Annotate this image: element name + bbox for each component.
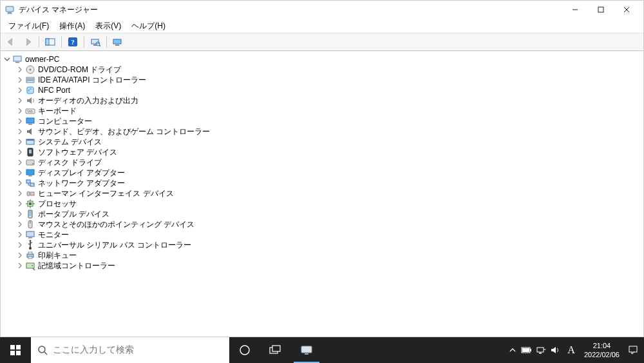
battery-icon[interactable] bbox=[520, 337, 534, 363]
svg-rect-22 bbox=[27, 79, 33, 79]
tray-overflow-button[interactable] bbox=[506, 337, 520, 363]
forward-button[interactable] bbox=[20, 35, 35, 49]
start-button[interactable] bbox=[0, 337, 31, 363]
svg-rect-64 bbox=[10, 345, 15, 349]
tree-item[interactable]: ディスク ドライブ bbox=[2, 157, 642, 168]
help-button[interactable]: ? bbox=[65, 35, 80, 49]
expand-icon[interactable] bbox=[16, 107, 24, 115]
tree-item[interactable]: キーボード bbox=[2, 106, 642, 116]
tree-item[interactable]: モニター bbox=[2, 230, 642, 240]
tree-item-label: プロセッサ bbox=[38, 199, 77, 209]
mouse-icon bbox=[25, 219, 35, 230]
display-icon bbox=[25, 168, 35, 178]
toolbar: ? bbox=[1, 33, 643, 51]
tree-item[interactable]: マウスとそのほかのポインティング デバイス bbox=[2, 219, 642, 230]
device-tree[interactable]: owner-PC DVD/CD-ROM ドライブIDE ATA/ATAPI コン… bbox=[1, 51, 643, 337]
tree-item[interactable]: 印刷キュー bbox=[2, 250, 642, 260]
menu-help[interactable]: ヘルプ(H) bbox=[126, 19, 171, 33]
expand-icon[interactable] bbox=[16, 179, 24, 187]
system-icon bbox=[25, 137, 35, 147]
ime-indicator[interactable]: A bbox=[562, 344, 580, 356]
expand-icon[interactable] bbox=[16, 262, 24, 270]
svg-rect-73 bbox=[301, 346, 312, 353]
tree-root[interactable]: owner-PC bbox=[2, 54, 642, 64]
print-icon bbox=[25, 250, 35, 260]
maximize-button[interactable] bbox=[588, 1, 614, 19]
tree-item[interactable]: NFC Port bbox=[2, 85, 642, 95]
devices-button[interactable] bbox=[110, 35, 126, 49]
expand-icon[interactable] bbox=[16, 117, 24, 125]
taskbar-app-devmgr[interactable] bbox=[291, 337, 322, 363]
tree-item-label: サウンド、ビデオ、およびゲーム コントローラー bbox=[38, 126, 210, 137]
tree-item-label: コンピューター bbox=[38, 116, 92, 126]
svg-point-37 bbox=[32, 163, 33, 164]
expand-icon[interactable] bbox=[16, 231, 24, 239]
minimize-button[interactable] bbox=[562, 1, 588, 19]
tree-item[interactable]: コンピューター bbox=[2, 116, 642, 126]
show-hide-tree-button[interactable] bbox=[43, 35, 58, 49]
expand-icon[interactable] bbox=[16, 97, 24, 104]
taskbar-clock[interactable]: 21:04 2022/02/06 bbox=[580, 341, 623, 359]
expand-icon[interactable] bbox=[16, 86, 24, 94]
software-icon bbox=[25, 147, 35, 157]
expand-icon[interactable] bbox=[16, 138, 24, 146]
toolbar-separator bbox=[39, 36, 39, 48]
expand-icon[interactable] bbox=[16, 148, 24, 156]
tree-item-label: 記憶域コントローラー bbox=[38, 260, 115, 271]
tree-item[interactable]: IDE ATA/ATAPI コントローラー bbox=[2, 75, 642, 85]
svg-rect-79 bbox=[539, 353, 542, 354]
toolbar-separator bbox=[61, 36, 62, 48]
system-tray: A 21:04 2022/02/06 bbox=[504, 337, 644, 363]
tree-item[interactable]: ソフトウェア デバイス bbox=[2, 147, 642, 157]
cortana-button[interactable] bbox=[229, 337, 260, 363]
menu-file[interactable]: ファイル(F) bbox=[3, 19, 54, 33]
tree-item[interactable]: プロセッサ bbox=[2, 199, 642, 209]
svg-rect-11 bbox=[91, 39, 99, 44]
expand-icon[interactable] bbox=[16, 221, 24, 228]
tree-item[interactable]: ポータブル デバイス bbox=[2, 209, 642, 219]
svg-rect-15 bbox=[113, 39, 121, 44]
search-placeholder: ここに入力して検索 bbox=[53, 344, 134, 356]
expand-icon[interactable] bbox=[16, 76, 24, 84]
network-icon[interactable] bbox=[534, 337, 548, 363]
hid-icon bbox=[25, 188, 35, 199]
tree-item[interactable]: ネットワーク アダプター bbox=[2, 178, 642, 188]
svg-rect-57 bbox=[28, 237, 32, 239]
back-button[interactable] bbox=[3, 35, 19, 49]
expand-icon[interactable] bbox=[16, 190, 24, 197]
svg-rect-47 bbox=[29, 202, 32, 205]
menu-view[interactable]: 表示(V) bbox=[90, 19, 126, 33]
menubar: ファイル(F) 操作(A) 表示(V) ヘルプ(H) bbox=[1, 19, 643, 33]
clock-time: 21:04 bbox=[584, 341, 620, 350]
expand-icon[interactable] bbox=[16, 210, 24, 218]
tree-item[interactable]: システム デバイス bbox=[2, 137, 642, 147]
svg-rect-81 bbox=[629, 346, 637, 352]
expand-icon[interactable] bbox=[16, 169, 24, 177]
svg-rect-66 bbox=[10, 351, 15, 355]
expand-icon[interactable] bbox=[16, 128, 24, 135]
taskbar-search[interactable]: ここに入力して検索 bbox=[31, 337, 229, 363]
action-center-button[interactable] bbox=[623, 345, 643, 355]
task-view-button[interactable] bbox=[260, 337, 291, 363]
usb-icon bbox=[25, 240, 35, 250]
expand-icon[interactable] bbox=[16, 241, 24, 249]
collapse-icon[interactable] bbox=[3, 55, 11, 63]
tree-item[interactable]: DVD/CD-ROM ドライブ bbox=[2, 64, 642, 75]
tree-item[interactable]: 記憶域コントローラー bbox=[2, 260, 642, 271]
expand-icon[interactable] bbox=[16, 159, 24, 166]
tree-item[interactable]: ヒューマン インターフェイス デバイス bbox=[2, 188, 642, 199]
tree-item[interactable]: ユニバーサル シリアル バス コントローラー bbox=[2, 240, 642, 250]
tree-item[interactable]: オーディオの入力および出力 bbox=[2, 95, 642, 106]
tree-item-label: システム デバイス bbox=[38, 137, 102, 147]
tree-item[interactable]: サウンド、ビデオ、およびゲーム コントローラー bbox=[2, 126, 642, 137]
scan-hardware-button[interactable] bbox=[88, 35, 103, 49]
svg-rect-17 bbox=[14, 56, 21, 61]
volume-icon[interactable] bbox=[548, 337, 562, 363]
svg-rect-4 bbox=[598, 7, 603, 12]
menu-action[interactable]: 操作(A) bbox=[54, 19, 90, 33]
tree-item[interactable]: ディスプレイ アダプター bbox=[2, 168, 642, 178]
expand-icon[interactable] bbox=[16, 66, 24, 74]
expand-icon[interactable] bbox=[16, 200, 24, 208]
close-button[interactable] bbox=[614, 1, 639, 19]
expand-icon[interactable] bbox=[16, 251, 24, 259]
